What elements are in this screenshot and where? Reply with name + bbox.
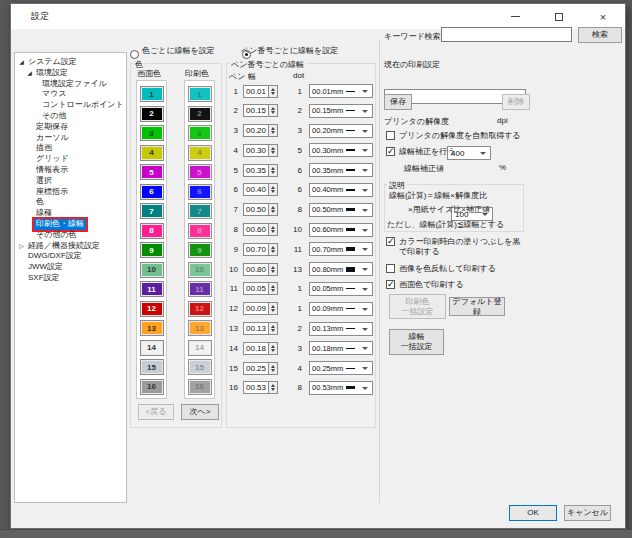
pen-width-spinner[interactable] [269, 183, 278, 196]
pen-width-input[interactable]: 00.18 [243, 342, 269, 355]
print-color-swatch-6[interactable]: 6 [188, 184, 212, 200]
auto-resolution-checkbox[interactable] [386, 131, 395, 140]
pen-width-input[interactable]: 00.53 [243, 381, 269, 394]
white-fill-black-checkbox[interactable] [386, 237, 395, 246]
screen-color-swatch-10[interactable]: 10 [140, 262, 164, 278]
expander-expanded-icon[interactable]: ◢ [25, 68, 34, 79]
pen-width-input[interactable]: 00.25 [243, 362, 269, 375]
tree-item-4[interactable]: コントロールポイント [15, 100, 126, 111]
tree-item-18[interactable]: DWG/DXF設定 [15, 251, 126, 262]
pen-width-spinner[interactable] [269, 362, 278, 375]
pen-mm-dropdown[interactable]: 00.13mm [309, 322, 373, 336]
pen-width-input[interactable]: 00.60 [243, 223, 269, 236]
delete-button[interactable]: 削除 [502, 94, 530, 110]
tree-item-14[interactable]: 線種 [15, 208, 126, 219]
print-color-swatch-16[interactable]: 16 [188, 379, 212, 395]
pen-mm-dropdown[interactable]: 00.15mm [309, 104, 373, 118]
screen-color-swatch-8[interactable]: 8 [140, 223, 164, 239]
invert-image-checkbox[interactable] [386, 264, 395, 273]
pen-width-spinner[interactable] [269, 104, 278, 117]
screen-color-swatch-13[interactable]: 13 [140, 320, 164, 336]
default-register-button[interactable]: デフォルト登録 [449, 297, 505, 316]
tree-item-9[interactable]: グリッド [15, 154, 126, 165]
pen-width-input[interactable]: 00.09 [243, 302, 269, 315]
pen-mm-dropdown[interactable]: 00.30mm [309, 143, 373, 157]
print-color-swatch-7[interactable]: 7 [188, 203, 212, 219]
pen-mm-dropdown[interactable]: 00.50mm [309, 203, 373, 217]
tree-item-17[interactable]: ▷経路／機器接続設定 [15, 241, 126, 252]
pen-mm-dropdown[interactable]: 00.35mm [309, 163, 373, 177]
pen-width-input[interactable]: 00.05 [243, 282, 269, 295]
pen-width-input[interactable]: 00.13 [243, 322, 269, 335]
pen-width-spinner[interactable] [269, 124, 278, 137]
cancel-button[interactable]: キャンセル [564, 505, 611, 521]
tree-item-19[interactable]: JWW設定 [15, 262, 126, 273]
screen-color-print-checkbox[interactable] [386, 280, 395, 289]
pen-mm-dropdown[interactable]: 00.09mm [309, 302, 373, 316]
print-color-swatch-2[interactable]: 2 [188, 106, 212, 122]
tree-item-0[interactable]: ◢システム設定 [15, 57, 126, 68]
screen-color-swatch-15[interactable]: 15 [140, 359, 164, 375]
pen-mm-dropdown[interactable]: 00.18mm [309, 341, 373, 355]
screen-color-swatch-4[interactable]: 4 [140, 145, 164, 161]
screen-color-swatch-1[interactable]: 1 [140, 86, 164, 102]
pen-width-spinner[interactable] [269, 381, 278, 394]
screen-color-swatch-2[interactable]: 2 [140, 106, 164, 122]
tree-item-1[interactable]: ◢環境設定 [15, 68, 126, 79]
width-batch-button[interactable]: 線幅 一括設定 [389, 329, 444, 355]
print-color-batch-button[interactable]: 印刷色 一括設定 [389, 294, 446, 319]
back-button[interactable]: <戻る [138, 404, 174, 420]
print-color-swatch-3[interactable]: 3 [188, 125, 212, 141]
tree-item-6[interactable]: 定期保存 [15, 122, 126, 133]
pen-mm-dropdown[interactable]: 00.05mm [309, 282, 373, 296]
tree-item-2[interactable]: 環境設定ファイル [15, 79, 126, 90]
pen-width-input[interactable]: 00.35 [243, 164, 269, 177]
tree-item-7[interactable]: カーソル [15, 133, 126, 144]
print-color-swatch-13[interactable]: 13 [188, 320, 212, 336]
print-color-swatch-11[interactable]: 11 [188, 281, 212, 297]
pen-width-spinner[interactable] [269, 203, 278, 216]
radio-per-color[interactable] [130, 50, 139, 59]
tree-item-8[interactable]: 描画 [15, 143, 126, 154]
pen-width-input[interactable]: 00.40 [243, 183, 269, 196]
screen-color-swatch-7[interactable]: 7 [140, 203, 164, 219]
next-button[interactable]: 次へ> [181, 404, 219, 420]
pen-mm-dropdown[interactable]: 00.60mm [309, 223, 373, 237]
pen-width-input[interactable]: 00.30 [243, 144, 269, 157]
print-color-swatch-15[interactable]: 15 [188, 359, 212, 375]
pen-width-spinner[interactable] [269, 243, 278, 256]
pen-width-input[interactable]: 00.70 [243, 243, 269, 256]
print-color-swatch-8[interactable]: 8 [188, 223, 212, 239]
pen-mm-dropdown[interactable]: 00.01mm [309, 84, 373, 98]
expander-expanded-icon[interactable]: ◢ [17, 57, 26, 68]
pen-width-spinner[interactable] [269, 223, 278, 236]
tree-item-5[interactable]: その他 [15, 111, 126, 122]
pen-width-input[interactable]: 00.01 [243, 85, 269, 98]
tree-item-10[interactable]: 情報表示 [15, 165, 126, 176]
pen-width-input[interactable]: 00.20 [243, 124, 269, 137]
pen-width-spinner[interactable] [269, 282, 278, 295]
pen-width-input[interactable]: 00.15 [243, 104, 269, 117]
print-color-swatch-10[interactable]: 10 [188, 262, 212, 278]
tree-item-11[interactable]: 選択 [15, 176, 126, 187]
print-color-swatch-12[interactable]: 12 [188, 301, 212, 317]
screen-color-swatch-3[interactable]: 3 [140, 125, 164, 141]
maximize-button[interactable] [537, 4, 581, 29]
pen-width-spinner[interactable] [269, 85, 278, 98]
print-color-swatch-9[interactable]: 9 [188, 242, 212, 258]
screen-color-swatch-6[interactable]: 6 [140, 184, 164, 200]
pen-mm-dropdown[interactable]: 00.53mm [309, 381, 373, 395]
pen-mm-dropdown[interactable]: 00.25mm [309, 361, 373, 375]
print-color-swatch-14[interactable]: 14 [188, 340, 212, 356]
tree-item-13[interactable]: 色 [15, 197, 126, 208]
pen-mm-dropdown[interactable]: 00.40mm [309, 183, 373, 197]
expander-collapsed-icon[interactable]: ▷ [17, 241, 26, 252]
pen-mm-dropdown[interactable]: 00.80mm [309, 262, 373, 276]
pen-width-spinner[interactable] [269, 342, 278, 355]
save-button[interactable]: 保存 [384, 94, 412, 110]
pen-width-input[interactable]: 00.50 [243, 203, 269, 216]
width-correction-checkbox[interactable] [386, 147, 395, 156]
tree-item-20[interactable]: SXF設定 [15, 273, 126, 284]
screen-color-swatch-14[interactable]: 14 [140, 340, 164, 356]
pen-width-spinner[interactable] [269, 302, 278, 315]
